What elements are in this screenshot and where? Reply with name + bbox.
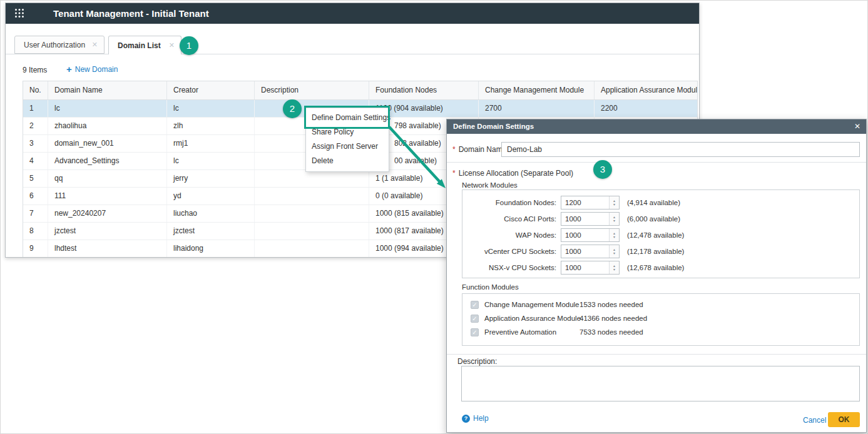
new-domain-label: New Domain (75, 65, 118, 74)
table-cell: 9 (23, 240, 48, 257)
available-count-text: (12,478 available) (627, 231, 684, 239)
number-input[interactable]: 1000▴▾ (561, 228, 620, 242)
table-cell: lc (167, 153, 255, 169)
table-cell: 5 (23, 170, 48, 187)
function-module-row: ✓Application Assurance Module41366 nodes… (462, 311, 859, 325)
table-cell: lc (167, 100, 255, 117)
checked-checkbox-disabled: ✓ (471, 315, 479, 323)
table-cell: Advanced_Settings (48, 153, 167, 169)
app-header: Tenant Management - Initial Tenant (6, 3, 699, 24)
spinner-down-icon[interactable]: ▾ (613, 251, 615, 255)
dialog-title: Define Domain Settings (453, 119, 534, 134)
spinner-down-icon[interactable]: ▾ (613, 268, 615, 271)
tab-close-icon[interactable]: ✕ (92, 41, 98, 49)
spinner-down-icon[interactable]: ▾ (613, 235, 615, 239)
table-cell: jerry (167, 170, 255, 187)
table-cell: lihaidong (167, 240, 255, 257)
annotation-badge-1: 1 (180, 36, 198, 55)
available-count-text: (12,678 available) (627, 264, 684, 271)
checkbox-label: Preventive Automation (484, 328, 576, 336)
spinner-buttons[interactable]: ▴▾ (609, 245, 619, 258)
spinner-down-icon[interactable]: ▾ (613, 203, 615, 206)
cancel-button[interactable]: Cancel (803, 416, 826, 425)
table-cell: qq (48, 170, 167, 187)
help-link[interactable]: ? Help (462, 414, 489, 423)
column-header: Change Management Module (479, 81, 595, 99)
table-cell: 2 (23, 118, 48, 134)
table-cell: lhdtest (48, 240, 167, 257)
tab-domain-list[interactable]: Domain List ✕ (108, 36, 181, 54)
number-input-value: 1000 (561, 213, 609, 225)
function-modules-label: Function Modules (462, 283, 519, 291)
field-label: WAP Nodes: (462, 231, 556, 239)
spinner-buttons[interactable]: ▴▾ (609, 213, 619, 225)
field-label: Foundation Nodes: (462, 199, 556, 206)
column-header: Foundation Nodes (369, 81, 479, 99)
table-cell: 7 (23, 205, 48, 222)
checkbox-label: Application Assurance Module (484, 315, 576, 322)
checked-checkbox-disabled: ✓ (471, 328, 479, 336)
column-header: Creator (167, 81, 255, 99)
spinner-buttons[interactable]: ▴▾ (609, 196, 619, 209)
table-cell: zlh (167, 118, 255, 134)
dialog-header: Define Domain Settings ✕ (447, 119, 866, 134)
table-cell: lc (48, 100, 167, 117)
number-input-value: 1000 (561, 245, 609, 258)
spinner-buttons[interactable]: ▴▾ (609, 261, 619, 274)
table-cell: zhaolihua (48, 118, 167, 134)
tab-user-authorization[interactable]: User Authorization ✕ (14, 36, 105, 54)
domain-name-label: *Domain Name: (452, 145, 509, 154)
table-cell: 4 (23, 153, 48, 169)
description-textarea[interactable] (461, 366, 860, 401)
context-menu-item[interactable]: Define Domain Settings (306, 111, 389, 125)
domain-name-input[interactable] (501, 142, 860, 157)
function-modules-box: ✓Change Management Module1533 nodes need… (462, 293, 860, 346)
license-allocation-label: *License Allocation (Separate Pool) (452, 169, 573, 178)
table-cell: new_20240207 (48, 205, 167, 222)
section-divider (447, 354, 866, 355)
context-menu-item[interactable]: Share Policy (306, 125, 389, 139)
table-cell: jzctest (167, 223, 255, 240)
number-input[interactable]: 1000▴▾ (561, 261, 620, 275)
checked-checkbox-disabled: ✓ (471, 301, 479, 309)
number-input-value: 1000 (561, 229, 609, 241)
field-label: Cisco ACI Ports: (462, 215, 556, 223)
number-input[interactable]: 1000▴▾ (561, 212, 620, 226)
number-input[interactable]: 1000▴▾ (561, 245, 620, 258)
app-grid-icon[interactable] (14, 8, 24, 18)
help-label: Help (473, 414, 489, 423)
column-header: Description (255, 81, 369, 99)
function-module-row: ✓Change Management Module1533 nodes need… (462, 298, 859, 311)
annotation-badge-2: 2 (283, 99, 302, 118)
tab-close-icon[interactable]: ✕ (169, 41, 175, 49)
dialog-close-icon[interactable]: ✕ (854, 119, 860, 134)
spinner-down-icon[interactable]: ▾ (613, 219, 615, 223)
table-cell: 3 (23, 135, 48, 152)
available-count-text: (12,178 available) (627, 248, 684, 255)
tab-label: User Authorization (24, 41, 85, 49)
table-cell: 2200 (595, 100, 697, 117)
ok-button[interactable]: OK (828, 412, 860, 427)
column-header: No. (23, 81, 48, 99)
nodes-needed-text: 7533 nodes needed (580, 328, 643, 336)
field-label: NSX-v CPU Sockets: (462, 264, 556, 271)
network-modules-label: Network Modules (462, 181, 518, 189)
table-cell (255, 188, 369, 204)
table-cell: 6 (23, 188, 48, 204)
help-icon: ? (462, 415, 470, 423)
new-domain-button[interactable]: + New Domain (66, 64, 118, 74)
field-label: vCenter CPU Sockets: (462, 248, 556, 255)
table-cell (255, 240, 369, 257)
number-input[interactable]: 1200▴▾ (561, 196, 620, 209)
spinner-buttons[interactable]: ▴▾ (609, 229, 619, 241)
context-menu-item[interactable]: Delete (306, 154, 389, 168)
network-module-row: Foundation Nodes:1200▴▾(4,914 available) (462, 194, 859, 211)
items-count: 9 Items (23, 66, 47, 74)
table-cell (255, 170, 369, 187)
page-title: Tenant Management - Initial Tenant (53, 3, 209, 24)
checkbox-label: Change Management Module (484, 301, 576, 308)
network-module-row: Cisco ACI Ports:1000▴▾(6,000 available) (462, 211, 859, 227)
plus-icon: + (66, 64, 72, 74)
context-menu-item[interactable]: Assign Front Server (306, 139, 389, 154)
context-menu: Define Domain SettingsShare PolicyAssign… (305, 108, 389, 172)
